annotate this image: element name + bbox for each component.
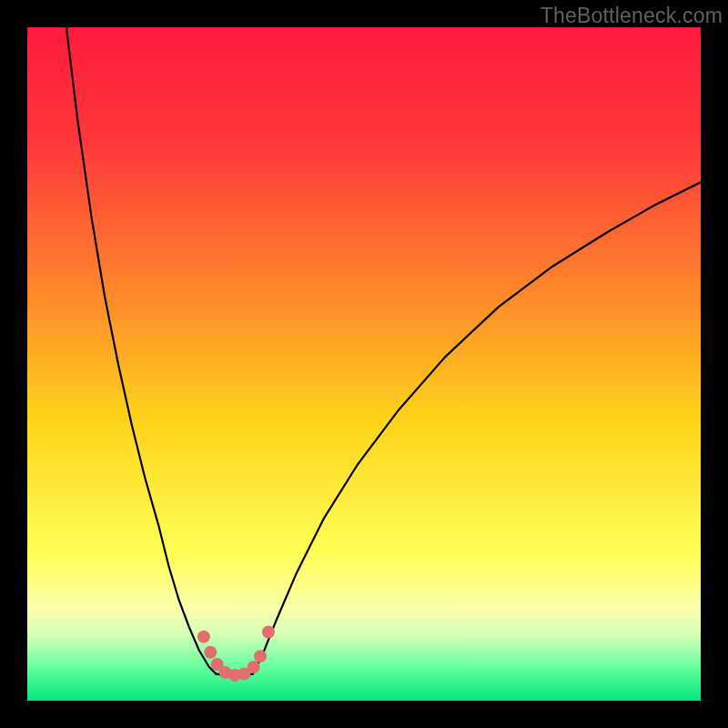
chart-background — [27, 27, 701, 701]
data-point-7 — [254, 650, 267, 662]
data-point-6 — [248, 661, 260, 673]
data-point-0 — [197, 631, 210, 643]
data-point-1 — [204, 646, 217, 659]
chart-svg — [27, 27, 701, 701]
chart-frame — [27, 27, 701, 701]
data-point-8 — [262, 626, 275, 639]
watermark-text: TheBottleneck.com — [541, 4, 723, 28]
